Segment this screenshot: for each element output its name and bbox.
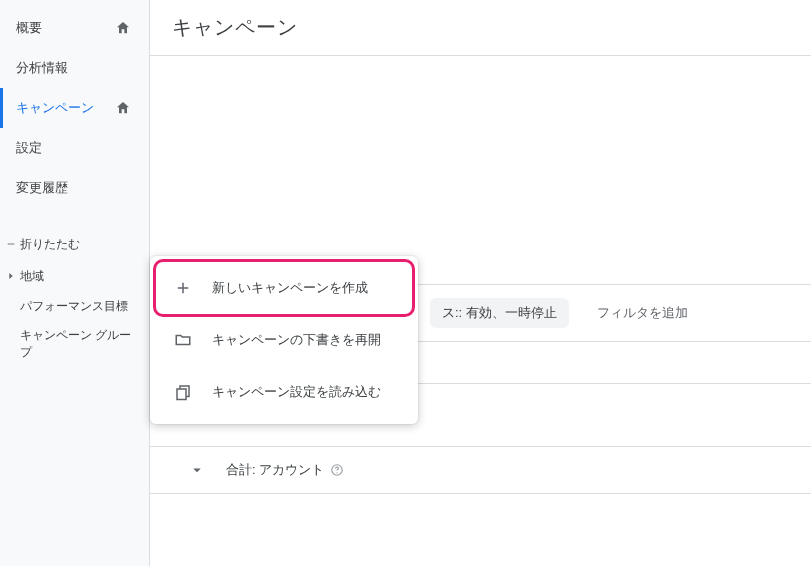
sidebar: 概要 分析情報 キャンペーン 設定 変更履歴 — [0, 0, 150, 566]
sidebar-item-campaign-group[interactable]: キャンペーン グループ — [0, 321, 149, 367]
sidebar-item-label: 折りたたむ — [20, 236, 141, 253]
menu-item-label: キャンペーン設定を読み込む — [212, 383, 381, 401]
sidebar-item-label: キャンペーン — [16, 99, 94, 117]
chevron-right-icon — [4, 271, 18, 281]
plus-icon — [172, 279, 194, 297]
sidebar-item-campaigns[interactable]: キャンペーン — [0, 88, 149, 128]
sidebar-item-region[interactable]: 地域 — [0, 260, 149, 292]
copy-icon — [172, 383, 194, 401]
sidebar-item-label: 概要 — [16, 19, 42, 37]
minus-icon — [4, 239, 18, 249]
content-area: ス:: 有効、一時停止 フィルタを追加 合計: アカウント — [150, 56, 811, 566]
totals-row[interactable]: 合計: アカウント — [150, 446, 811, 494]
help-icon[interactable] — [330, 463, 344, 477]
chevron-down-icon — [188, 461, 206, 479]
sidebar-item-insights[interactable]: 分析情報 — [0, 48, 149, 88]
main: キャンペーン ス:: 有効、一時停止 フィルタを追加 合計: アカウント — [150, 0, 811, 566]
home-icon — [113, 100, 133, 116]
add-filter[interactable]: フィルタを追加 — [597, 304, 688, 322]
sidebar-item-label: 変更履歴 — [16, 179, 68, 197]
sidebar-item-label: 設定 — [16, 139, 42, 157]
menu-item-resume-draft[interactable]: キャンペーンの下書きを再開 — [150, 314, 418, 366]
sidebar-item-change-history[interactable]: 変更履歴 — [0, 168, 149, 208]
add-filter-label: フィルタを追加 — [597, 305, 688, 320]
home-icon — [113, 20, 133, 36]
svg-rect-4 — [177, 389, 186, 400]
totals-label: 合計: アカウント — [226, 461, 324, 479]
campaign-create-menu: 新しいキャンペーンを作成 キャンペーンの下書きを再開 キャンペーン設定を読み込む — [150, 256, 418, 424]
menu-item-load-settings[interactable]: キャンペーン設定を読み込む — [150, 366, 418, 418]
sidebar-item-perf-goal[interactable]: パフォーマンス目標 — [0, 292, 149, 321]
svg-point-2 — [337, 472, 338, 473]
folder-icon — [172, 331, 194, 349]
sidebar-item-settings[interactable]: 設定 — [0, 128, 149, 168]
sidebar-item-label: キャンペーン グループ — [20, 327, 141, 361]
menu-item-label: 新しいキャンペーンを作成 — [212, 279, 368, 297]
sidebar-item-label: パフォーマンス目標 — [20, 298, 141, 315]
sidebar-item-overview[interactable]: 概要 — [0, 8, 149, 48]
page-header: キャンペーン — [150, 0, 811, 56]
status-filter-chip[interactable]: ス:: 有効、一時停止 — [430, 298, 569, 328]
menu-item-new-campaign[interactable]: 新しいキャンペーンを作成 — [150, 262, 418, 314]
sidebar-item-label: 地域 — [20, 268, 141, 285]
page-title: キャンペーン — [172, 14, 298, 41]
svg-rect-0 — [8, 244, 15, 245]
chip-label: ス:: 有効、一時停止 — [442, 305, 557, 320]
sidebar-item-collapse[interactable]: 折りたたむ — [0, 228, 149, 260]
sidebar-item-label: 分析情報 — [16, 59, 68, 77]
menu-item-label: キャンペーンの下書きを再開 — [212, 331, 381, 349]
